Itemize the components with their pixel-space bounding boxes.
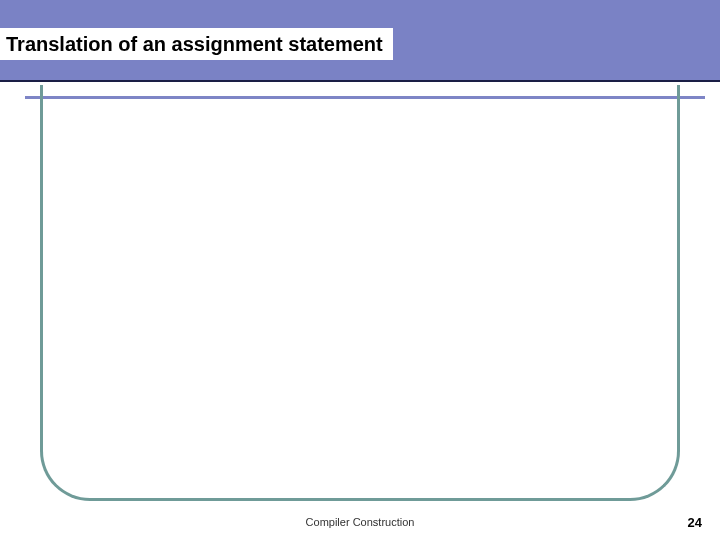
slide-title: Translation of an assignment statement bbox=[6, 32, 383, 56]
divider-dark bbox=[0, 80, 720, 82]
content-frame bbox=[40, 85, 680, 501]
page-number: 24 bbox=[688, 515, 702, 530]
footer-text: Compiler Construction bbox=[0, 516, 720, 528]
title-block: Translation of an assignment statement bbox=[0, 28, 393, 60]
slide: Translation of an assignment statement C… bbox=[0, 0, 720, 540]
